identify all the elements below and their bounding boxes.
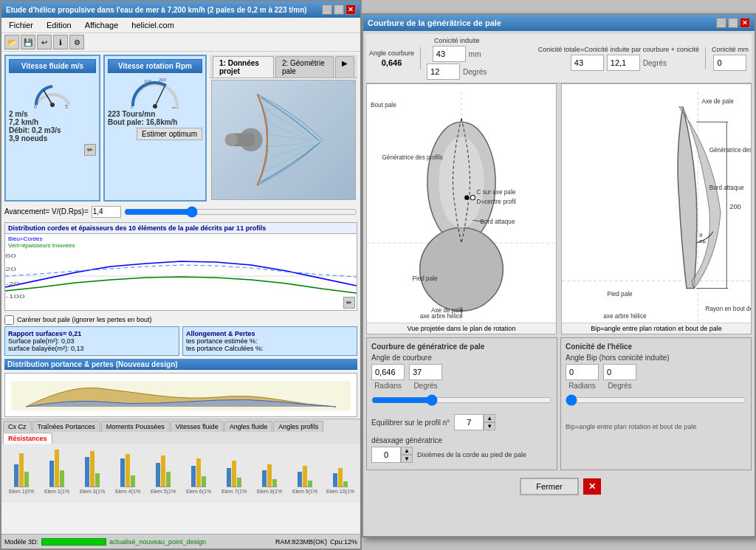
bar-label-1: Elem 1(0% <box>9 489 34 494</box>
dist-chart <box>4 373 357 417</box>
tab-extra[interactable]: ▶ <box>335 56 354 78</box>
care-checkbox[interactable] <box>4 315 14 325</box>
tab-donnees[interactable]: 1: Données projet <box>213 56 274 78</box>
conicite-degres-input[interactable] <box>603 364 636 380</box>
menu-affichage[interactable]: Affichage <box>82 19 122 31</box>
avancement-input[interactable] <box>92 206 121 218</box>
bar-8c <box>272 479 277 487</box>
conicite-slider[interactable] <box>566 393 746 407</box>
rapport-balay-label: surface balayée(m²): <box>8 345 69 352</box>
toolbar-calc[interactable]: ⚙ <box>69 35 84 49</box>
bar-group-3: Elem 3(1% <box>75 447 109 500</box>
dialog-maximize-btn[interactable]: □ <box>728 18 738 28</box>
menu-edition[interactable]: Edition <box>44 19 75 31</box>
bar-3c <box>95 473 100 487</box>
svg-point-26 <box>470 196 475 200</box>
desaxage-input[interactable] <box>371 447 401 463</box>
bar-label-4: Elem 4(1% <box>115 489 140 494</box>
fermer-button[interactable]: Fermer <box>520 478 578 495</box>
top-params-row: Angle courbure 0,646 Conicité induite mm… <box>366 34 752 83</box>
angle-courbure-label: Angle courbure <box>369 49 414 57</box>
angle-courbure-field-label: Angle de courbure <box>371 354 432 362</box>
svg-text:250: 250 <box>171 106 179 109</box>
bar-group-9: Elem 9(1% <box>288 447 322 500</box>
tab-geometrie[interactable]: 2: Géométrie pale <box>275 56 334 78</box>
toolbar-open[interactable]: 📂 <box>4 35 19 49</box>
svg-rect-37 <box>562 92 751 326</box>
tab-moments[interactable]: Moments Poussées <box>101 421 170 432</box>
courbure-radians-input[interactable] <box>371 364 405 380</box>
allongement-label2: tes portance Calculées %: <box>186 345 264 352</box>
svg-point-25 <box>464 196 469 200</box>
bar-label-2: Elem 2(1% <box>44 489 69 494</box>
desaxage-down-btn[interactable]: ▼ <box>401 455 413 463</box>
bar-4b <box>126 454 130 487</box>
conicite-total-val2[interactable] <box>607 55 640 71</box>
desaxage-spinner: ▲ ▼ <box>371 447 413 463</box>
dialog-content: Angle courbure 0,646 Conicité induite mm… <box>363 31 755 536</box>
conicite-total-val[interactable] <box>571 55 604 71</box>
dialog-minimize-btn[interactable]: _ <box>716 18 726 28</box>
tab-resistances[interactable]: Résistances <box>3 433 52 444</box>
conicite-ind-unit1: mm <box>469 50 481 58</box>
fermer-x-button[interactable]: ✕ <box>583 478 601 495</box>
close-btn[interactable]: ✕ <box>346 4 356 15</box>
svg-text:20: 20 <box>5 266 16 272</box>
tab-cxcz[interactable]: Cx Cz <box>3 421 32 432</box>
status-text: actualisé_nouveau_point_design <box>109 538 206 546</box>
svg-text:5: 5 <box>65 104 68 109</box>
equilibrer-down-btn[interactable]: ▼ <box>484 422 495 430</box>
desaxage-label: désaxage génératrice <box>371 436 442 444</box>
minimize-btn[interactable]: _ <box>322 4 332 15</box>
conicite-radians-unit: Radians <box>568 382 596 390</box>
conicite-note: Bip=angle entre plan rotation et bout de… <box>566 423 746 430</box>
bar-charts-area: Elem 1(0% Elem 2(1% Elem 3(1% <box>1 444 360 503</box>
bar-10a <box>333 473 337 487</box>
conicite-radians-input[interactable] <box>566 364 599 380</box>
bar-3a <box>85 457 89 487</box>
svg-point-23 <box>420 228 504 312</box>
bar-group-5: Elem 5(1% <box>146 447 180 500</box>
svg-text:C sur axe pale: C sur axe pale <box>476 189 515 196</box>
conicite-total-label: Conicité totale=Conicité induite par cou… <box>538 46 699 53</box>
conicite-ind-val2[interactable] <box>427 63 460 80</box>
toolbar-info[interactable]: ℹ <box>53 35 68 49</box>
desaxage-up-btn[interactable]: ▲ <box>401 447 413 455</box>
tab-trainees[interactable]: Traînées Portances <box>32 421 100 432</box>
equilibrer-input[interactable] <box>454 414 484 430</box>
tab-vitesses[interactable]: Vitesses fluide <box>171 421 224 432</box>
conicite-ind-unit2: Degrés <box>463 68 487 76</box>
dialog-close-btn[interactable]: ✕ <box>740 18 750 28</box>
desaxage-row: désaxage génératrice <box>371 436 552 444</box>
svg-text:Axe de pale: Axe de pale <box>431 307 464 314</box>
bar-container-4 <box>120 447 135 487</box>
avancement-slider[interactable] <box>124 207 357 217</box>
maximize-btn[interactable]: □ <box>334 4 344 15</box>
bar-container-7 <box>227 447 241 487</box>
svg-text:200: 200 <box>159 78 167 82</box>
speed-kmh: 7,2 km/h <box>9 118 96 126</box>
toolbar-undo[interactable]: ↩ <box>37 35 52 49</box>
tab-angles-fluide[interactable]: Angles fluide <box>224 421 273 432</box>
bar-group-8: Elem 8(1% <box>252 447 286 500</box>
ram-status: RAM:823MB(OK) <box>275 538 327 546</box>
toolbar-save[interactable]: 💾 <box>21 35 35 49</box>
menu-fichier[interactable]: Fichier <box>6 19 36 31</box>
bar-container-9 <box>298 447 312 487</box>
courbure-slider[interactable] <box>371 393 552 407</box>
chart-edit-btn[interactable]: ✏ <box>343 297 355 309</box>
speed-edit-btn[interactable]: ✏ <box>84 144 96 156</box>
conicite-ind-val1[interactable] <box>433 46 466 62</box>
desaxage-input-row: ▲ ▼ Dixièmes de la corde au pied de pale <box>371 447 552 463</box>
bar-container-10 <box>333 447 348 487</box>
tab-angles-profils[interactable]: Angles profils <box>273 421 323 432</box>
estimer-btn[interactable]: Estimer optimum <box>137 128 202 140</box>
courbure-degres-input[interactable] <box>409 364 442 380</box>
bar-3b <box>90 451 94 487</box>
rapport-pale-row: Surface pale(m²): 0,03 <box>8 337 176 345</box>
conicite-mm-val[interactable] <box>713 55 746 71</box>
equilibrer-label: Equilibrer sur le profil n° <box>371 419 450 427</box>
right-diagram-label: Bip=angle entre plan rotation et bout de… <box>562 323 751 334</box>
equilibrer-up-btn[interactable]: ▲ <box>484 414 495 422</box>
menu-heliciel[interactable]: heliciel.com <box>128 19 176 31</box>
